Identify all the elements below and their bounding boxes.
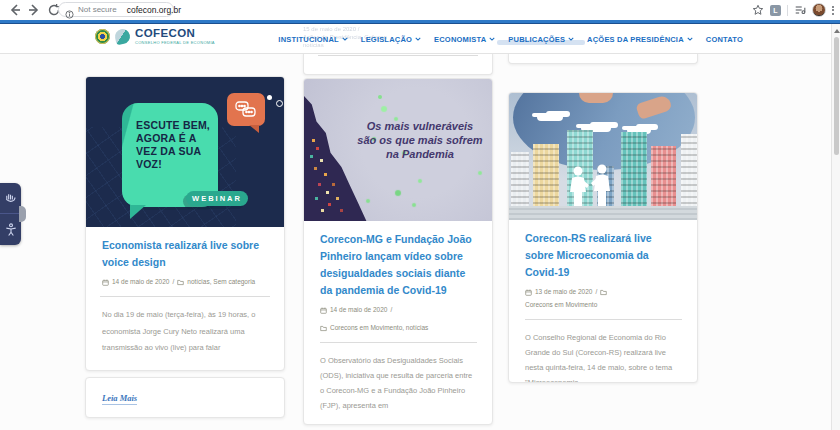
brazil-coat-of-arms-icon [95,29,110,44]
post-excerpt: O Observatório das Desigualdades Sociais… [320,353,477,413]
paper-figure-graphic [591,164,613,208]
decor-ring [276,100,283,107]
nav-item-institucional[interactable]: INSTITUCIONAL [278,35,348,44]
scrollbar-thumb[interactable] [834,37,839,155]
cloud-graphic [537,113,563,121]
webinar-badge: WEBINAR [186,191,248,206]
forward-button[interactable] [27,3,41,17]
site-logo[interactable]: COFECON CONSELHO FEDERAL DE ECONOMIA [95,28,215,45]
extension-icon[interactable]: L [770,5,781,16]
browser-window: Not secure cofecon.org.br L [0,0,840,430]
partial-card-left: Leia Mais [85,377,285,418]
meta-separator: / [172,277,174,287]
calendar-icon [525,289,532,296]
chrome-menu-icon[interactable] [832,6,834,15]
read-more-link[interactable]: Leia Mais [102,393,137,405]
partial-card-right [508,53,698,64]
site-header: 15 de maio de 2020 / Ações da Presidênci… [0,24,831,54]
folder-icon [320,325,327,332]
post-excerpt: O Conselho Regional de Economia do Rio G… [525,330,682,383]
meta-separator: / [595,287,597,297]
paper-building [511,152,529,210]
nav-item-publicacoes[interactable]: PUBLICAÇÕES [508,35,574,44]
address-bar[interactable]: Not secure cofecon.org.br [58,2,174,17]
post-date: 14 de maio de 2020 [112,277,169,287]
post-date: 13 de maio de 2020 [535,287,592,297]
page-scrollbar[interactable] [831,24,840,430]
person-neck-graphic [579,93,613,103]
post-card-3: Corecon-RS realizará live sobre Microeco… [508,92,698,383]
libras-hands-button[interactable] [0,183,21,213]
logo-subtitle: CONSELHO FEDERAL DE ECONOMIA [135,41,215,45]
not-secure-icon[interactable] [65,5,74,14]
post-title[interactable]: Economista realizará live sobre voice de… [102,237,269,271]
decor-dot [267,95,272,100]
paper-figure-graphic [567,166,589,208]
folder-icon [600,289,607,296]
post-title[interactable]: Corecon-MG e Fundação João Pinheiro lanç… [320,231,477,299]
chevron-down-icon [415,36,421,42]
post-categories[interactable]: Corecons em Movimento [525,300,597,310]
profile-avatar[interactable] [812,3,826,17]
chevron-down-icon [568,36,574,42]
chevron-down-icon [342,36,348,42]
widget-handle[interactable] [19,206,26,222]
paper-building [621,132,647,210]
folder-icon [177,279,184,286]
bookmark-star-icon[interactable] [752,4,764,16]
nav-item-legislacao[interactable]: LEGISLAÇÃO [361,35,421,44]
table-surface-graphic [509,206,697,220]
virus-dots-graphic [378,95,382,99]
post-card-1: ESCUTE BEM, AGORA É A VEZ DA SUA VOZ! WE… [85,76,285,371]
back-button[interactable] [8,3,22,17]
logo-title: COFECON [135,28,215,40]
meta-separator: / [390,305,392,315]
post-meta: 14 de maio de 2020 / Corecons em Movimen… [320,305,477,333]
chevron-down-icon [687,36,693,42]
partial-card-middle [303,53,493,75]
accessibility-widget [0,183,21,245]
post-3-featured-image[interactable] [509,93,697,220]
post-categories[interactable]: notícias, Sem categoria [187,277,255,287]
post-meta: 13 de maio de 2020 / Corecons em Movimen… [525,287,682,310]
toolbar-divider [787,5,788,16]
cofecon-leaf-icon [114,28,132,46]
accessibility-person-button[interactable] [0,213,21,244]
browser-toolbar: Not secure cofecon.org.br L [0,0,840,20]
chat-bubbles-icon [227,93,265,126]
nav-item-economista[interactable]: ECONOMISTA [434,35,495,44]
toolbar-right: L [752,0,834,20]
post-excerpt: No dia 19 de maio (terça-feira), às 19 h… [102,307,269,357]
paper-building [533,144,559,210]
post-meta: 14 de maio de 2020 / notícias, Sem categ… [102,277,269,287]
post-2-featured-image[interactable]: Os mais vulneráveis são os que mais sofr… [304,79,492,221]
nav-item-acoes-da-presidencia[interactable]: AÇÕES DA PRESIDÊNCIA [587,35,693,44]
calendar-icon [102,279,109,286]
image-headline: ESCUTE BEM, AGORA É A VEZ DA SUA VOZ! [136,119,216,171]
scrollbar-up-arrow[interactable] [833,26,840,35]
paper-building [651,146,676,210]
url-text[interactable]: cofecon.org.br [127,5,181,15]
post-title[interactable]: Corecon-RS realizará live sobre Microeco… [525,230,682,281]
post-card-2: Os mais vulneráveis são os que mais sofr… [303,78,493,425]
image-caption: Os mais vulneráveis são os que mais sofr… [356,119,484,161]
post-date: 14 de maio de 2020 [330,305,387,315]
nav-item-contato[interactable]: CONTATO [706,35,743,44]
chevron-down-icon [489,36,495,42]
paper-building [681,134,697,210]
post-1-featured-image[interactable]: ESCUTE BEM, AGORA É A VEZ DA SUA VOZ! WE… [86,77,284,227]
security-label: Not secure [78,5,117,14]
post-categories[interactable]: Corecons em Movimento, notícias [330,323,428,333]
main-navigation: INSTITUCIONAL LEGISLAÇÃO ECONOMISTA PUBL… [278,24,743,54]
reading-list-icon[interactable] [794,4,806,16]
decor-pixels [312,139,315,142]
calendar-icon [320,307,327,314]
